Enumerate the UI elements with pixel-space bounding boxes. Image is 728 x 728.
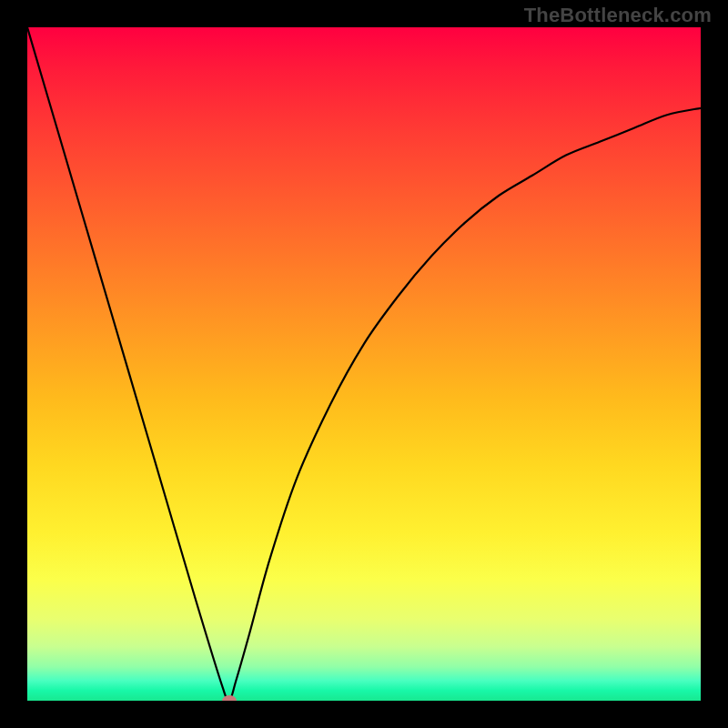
- curve-path: [27, 27, 701, 701]
- chart-frame: TheBottleneck.com: [0, 0, 728, 728]
- watermark-text: TheBottleneck.com: [524, 4, 712, 27]
- plot-area: [27, 27, 701, 701]
- optimum-marker-icon: [222, 695, 237, 701]
- bottleneck-curve: [27, 27, 701, 701]
